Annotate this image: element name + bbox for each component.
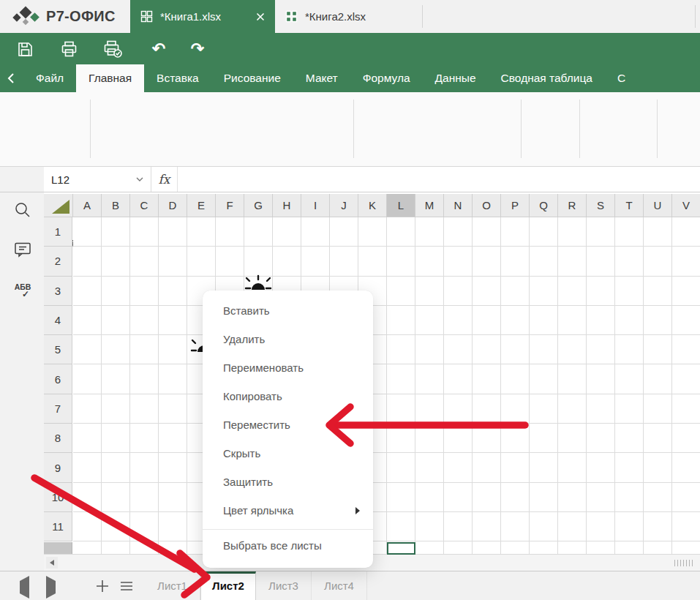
column-header[interactable]: V [672,194,700,217]
spellcheck-icon[interactable]: АБВ ✓ [12,280,33,301]
row-header[interactable]: 5 [44,335,72,364]
column-header[interactable]: U [644,194,672,217]
context-menu-item-label: Переименовать [223,361,304,374]
row-headers: 1234567891011 [44,217,73,541]
column-header[interactable]: P [501,194,530,217]
column-header[interactable]: C [130,194,159,217]
search-icon[interactable] [12,200,33,220]
sheet-tabs: Лист1Лист2Лист3Лист4 [145,571,367,600]
column-header[interactable]: O [473,194,501,217]
spreadsheet-icon [140,10,153,23]
save-button[interactable] [15,40,35,59]
context-menu-item[interactable]: Переименовать [203,353,373,382]
quick-access-toolbar: ↶ ↷ Автосохранение Книга1.xlsx [0,33,700,64]
row-header[interactable]: 3 [44,277,72,306]
app-logo-text: Р7-ОФИС [46,8,116,25]
document-tab[interactable]: *Книга1.xlsx [130,0,275,33]
context-menu-item[interactable]: Вставить [203,296,373,325]
context-menu-item[interactable]: Переместить [203,410,373,439]
row-header[interactable]: 10 [44,483,72,512]
formula-bar: L12 fx [0,167,700,192]
context-menu-item-label: Удалить [223,333,265,345]
context-menu-item[interactable]: Удалить [203,325,373,353]
column-header[interactable]: D [159,194,187,217]
select-all-cells-button[interactable] [44,194,73,217]
menu-tab[interactable]: Главная [76,64,144,92]
column-header[interactable]: S [587,194,615,217]
sheet-grid[interactable] [73,217,700,554]
menu-tab[interactable]: Сводная таблица [489,64,605,92]
row-header-12-partial[interactable] [44,542,72,555]
next-sheet-icon[interactable] [46,581,56,594]
quick-print-button[interactable] [102,40,123,59]
ribbon-menubar: ФайлГлавнаяВставкаРисованиеМакетФормулаД… [0,64,700,92]
column-header[interactable]: F [216,194,244,217]
menu-tab[interactable]: Данные [423,64,489,92]
formula-input[interactable] [178,167,700,192]
column-header[interactable]: T [615,194,644,217]
context-menu-item[interactable]: Цвет ярлычка [203,496,373,525]
column-header[interactable]: I [301,194,330,217]
row-header[interactable]: 2 [44,247,72,276]
row-header[interactable]: 7 [44,394,72,424]
sheet-tab[interactable]: Лист1 [145,571,200,600]
previous-sheet-icon[interactable] [20,581,29,594]
menu-tab[interactable]: Формула [350,64,423,92]
context-menu-item[interactable]: Скрыть [203,439,373,468]
collapse-chevron-icon[interactable] [6,72,20,84]
row-header[interactable]: 11 [44,512,72,541]
column-header[interactable]: J [330,194,358,217]
column-header[interactable]: A [73,194,102,217]
close-icon[interactable] [256,12,265,21]
sheet-tab[interactable]: Лист4 [312,571,367,600]
scrollbar-resize-grip[interactable] [674,560,693,566]
sheet-tab[interactable]: Лист2 [200,571,256,600]
column-header[interactable]: B [102,194,130,217]
select-all-triangle-icon [52,200,69,214]
row-header[interactable]: 6 [44,364,72,394]
row-header[interactable]: 4 [44,306,72,335]
context-menu-item[interactable]: Выбрать все листы [203,530,373,560]
column-header[interactable]: K [358,194,387,217]
context-menu-item[interactable]: Защитить [203,468,373,496]
column-header[interactable]: L [387,194,415,217]
undo-button[interactable]: ↶ [148,40,169,59]
context-menu-item[interactable]: Копировать [203,382,373,410]
redo-button[interactable]: ↷ [187,40,208,59]
chevron-down-icon[interactable] [136,177,143,181]
column-header[interactable]: Q [530,194,558,217]
column-header[interactable]: M [415,194,444,217]
comments-icon[interactable] [12,239,33,260]
column-header-list: ABCDEFGHIJKLMNOPQRSTUV [73,194,700,217]
print-button[interactable] [59,40,79,59]
menu-tab[interactable]: Рисование [211,64,293,92]
cell-name-box[interactable]: L12 [44,167,151,192]
row-header[interactable]: 1 [44,217,72,247]
column-header[interactable]: R [558,194,587,217]
row-header[interactable]: 9 [44,453,72,482]
menu-tab[interactable]: Файл [23,64,76,92]
selected-cell-L12[interactable] [387,542,415,555]
sheet-tab[interactable]: Лист3 [256,571,312,600]
menu-tab[interactable]: Вставка [144,64,211,92]
sheet-list-icon[interactable] [117,577,136,596]
insert-function-button[interactable]: fx [151,167,178,192]
row-header[interactable]: 8 [44,424,72,453]
menu-tab[interactable]: Макет [293,64,350,92]
left-sidebar: АБВ ✓ [0,192,44,571]
document-tab-label: *Книга2.xlsx [305,10,366,23]
document-tabs: *Книга1.xlsx *Книга2.xlsx [130,0,420,33]
column-header[interactable]: N [444,194,473,217]
formula-bar-corner [0,167,44,192]
add-sheet-icon[interactable] [93,577,112,596]
scroll-left-button[interactable] [46,557,58,569]
tab-divider [695,5,696,28]
document-tab[interactable]: *Книга2.xlsx [275,0,420,33]
column-header[interactable]: H [273,194,301,217]
window-tab-bar: Р7-ОФИС *Книга1.xlsx *Книга2.xlsx [0,0,700,33]
app-logo: Р7-ОФИС [13,5,116,27]
column-header[interactable]: G [244,194,273,217]
menu-tab[interactable]: С [605,64,638,92]
context-menu-item-label: Цвет ярлычка [223,504,293,517]
column-header[interactable]: E [187,194,216,217]
